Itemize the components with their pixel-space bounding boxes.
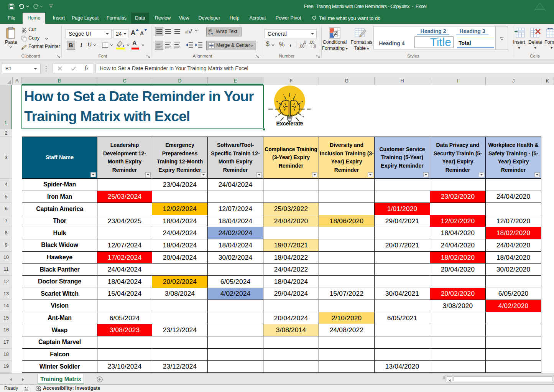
- svg-text:Excelerate: Excelerate: [276, 120, 303, 127]
- svg-text:c: c: [208, 31, 210, 35]
- svg-text:ab: ab: [185, 29, 190, 35]
